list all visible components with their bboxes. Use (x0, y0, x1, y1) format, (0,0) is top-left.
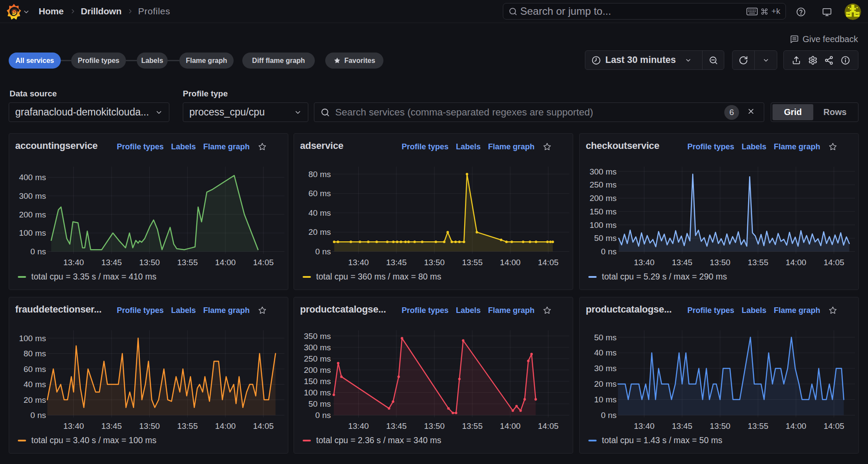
svg-text:0 ns: 0 ns (315, 247, 331, 256)
svg-text:13:55: 13:55 (462, 258, 483, 267)
svg-text:100 ms: 100 ms (304, 388, 331, 397)
svg-text:50 ms: 50 ms (594, 333, 617, 342)
svg-text:14:05: 14:05 (824, 258, 845, 267)
svg-text:60 ms: 60 ms (308, 189, 331, 198)
svg-text:100 ms: 100 ms (19, 228, 46, 237)
svg-text:40 ms: 40 ms (308, 208, 331, 217)
svg-text:250 ms: 250 ms (304, 354, 331, 363)
svg-text:13:45: 13:45 (672, 258, 693, 267)
svg-text:0 ns: 0 ns (30, 411, 46, 420)
svg-text:20 ms: 20 ms (23, 395, 46, 405)
svg-text:40 ms: 40 ms (594, 348, 617, 357)
svg-text:200 ms: 200 ms (19, 210, 46, 219)
svg-text:14:05: 14:05 (538, 421, 559, 431)
svg-text:13:50: 13:50 (139, 421, 160, 431)
svg-text:13:40: 13:40 (348, 258, 369, 267)
svg-text:20 ms: 20 ms (308, 227, 331, 237)
svg-text:13:40: 13:40 (634, 421, 655, 431)
svg-text:14:00: 14:00 (215, 258, 236, 267)
svg-text:30 ms: 30 ms (594, 364, 617, 373)
svg-text:200 ms: 200 ms (590, 194, 617, 203)
svg-text:400 ms: 400 ms (19, 173, 46, 182)
svg-text:14:05: 14:05 (824, 421, 845, 431)
svg-text:350 ms: 350 ms (304, 332, 331, 341)
svg-text:13:40: 13:40 (634, 258, 655, 267)
svg-text:40 ms: 40 ms (23, 380, 46, 389)
svg-text:14:05: 14:05 (538, 258, 559, 267)
svg-text:13:45: 13:45 (101, 258, 122, 267)
svg-text:13:55: 13:55 (748, 421, 769, 431)
svg-text:0 ns: 0 ns (30, 247, 46, 256)
svg-text:14:05: 14:05 (253, 421, 274, 431)
svg-text:150 ms: 150 ms (304, 377, 331, 386)
svg-text:13:50: 13:50 (710, 258, 731, 267)
svg-text:13:55: 13:55 (177, 421, 198, 431)
svg-text:13:50: 13:50 (424, 421, 445, 431)
svg-text:300 ms: 300 ms (304, 343, 331, 352)
svg-text:0 ns: 0 ns (601, 411, 617, 420)
svg-text:100 ms: 100 ms (590, 220, 617, 230)
svg-text:0 ns: 0 ns (315, 411, 331, 420)
svg-text:13:40: 13:40 (63, 421, 84, 431)
svg-text:13:45: 13:45 (386, 421, 407, 431)
svg-text:14:00: 14:00 (785, 421, 806, 431)
svg-text:13:40: 13:40 (63, 258, 84, 267)
svg-text:20 ms: 20 ms (594, 379, 617, 388)
svg-text:13:40: 13:40 (348, 421, 369, 431)
svg-text:13:50: 13:50 (710, 421, 731, 431)
svg-text:13:55: 13:55 (462, 421, 483, 431)
svg-text:0 ns: 0 ns (601, 247, 617, 256)
svg-text:80 ms: 80 ms (23, 349, 46, 358)
svg-text:80 ms: 80 ms (308, 170, 331, 179)
svg-text:10 ms: 10 ms (594, 395, 617, 404)
svg-text:14:00: 14:00 (500, 258, 521, 267)
svg-text:14:00: 14:00 (500, 421, 521, 431)
svg-text:14:00: 14:00 (215, 421, 236, 431)
svg-text:50 ms: 50 ms (594, 234, 617, 243)
svg-text:300 ms: 300 ms (590, 167, 617, 176)
svg-text:13:55: 13:55 (177, 258, 198, 267)
svg-text:13:50: 13:50 (139, 258, 160, 267)
svg-text:60 ms: 60 ms (23, 365, 46, 374)
svg-text:13:55: 13:55 (748, 258, 769, 267)
svg-text:250 ms: 250 ms (590, 180, 617, 189)
svg-text:50 ms: 50 ms (308, 399, 331, 408)
svg-text:200 ms: 200 ms (304, 365, 331, 375)
svg-text:14:00: 14:00 (785, 258, 806, 267)
svg-text:100 ms: 100 ms (19, 334, 46, 343)
svg-text:13:45: 13:45 (101, 421, 122, 431)
svg-text:150 ms: 150 ms (590, 207, 617, 216)
svg-text:13:45: 13:45 (386, 258, 407, 267)
svg-text:14:05: 14:05 (253, 258, 274, 267)
svg-text:13:45: 13:45 (672, 421, 693, 431)
svg-text:300 ms: 300 ms (19, 191, 46, 201)
svg-text:13:50: 13:50 (424, 258, 445, 267)
